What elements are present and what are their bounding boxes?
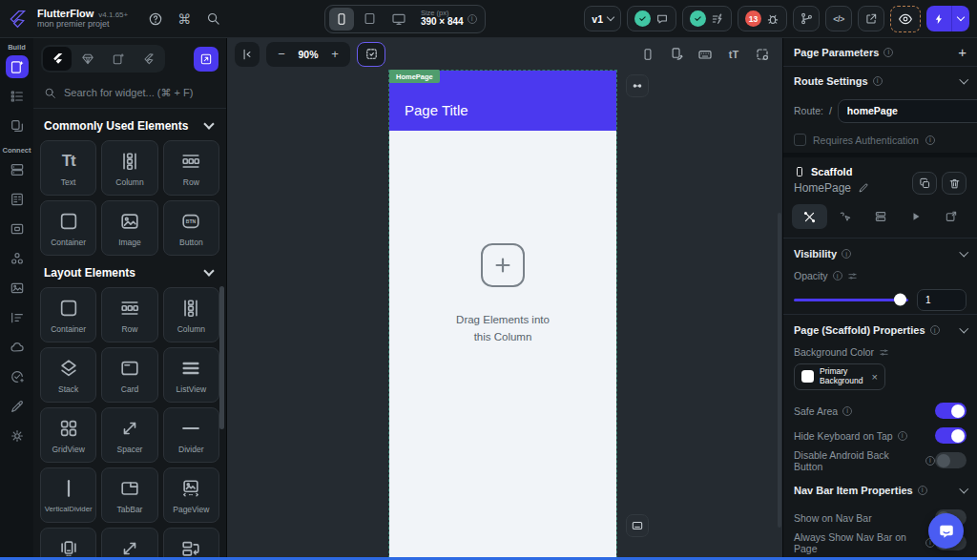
opacity-input[interactable] xyxy=(917,289,967,311)
comments-status-button[interactable] xyxy=(627,6,676,31)
tab-properties[interactable] xyxy=(792,204,827,229)
widget-card-text[interactable]: Tt Text xyxy=(40,140,96,196)
background-color-chip[interactable]: Primary Background × xyxy=(794,363,885,390)
widget-card-tabbar[interactable]: TabBar xyxy=(101,467,157,523)
nav-settings[interactable] xyxy=(4,425,31,447)
widget-card-container[interactable]: Container xyxy=(40,287,96,342)
chevron-down-icon[interactable] xyxy=(959,248,967,257)
search-button[interactable] xyxy=(200,7,225,31)
widget-card-gridview[interactable]: GridView xyxy=(40,407,96,463)
widget-name[interactable]: HomePage xyxy=(794,181,869,195)
safe-area-toggle[interactable] xyxy=(935,403,967,419)
opacity-slider[interactable] xyxy=(794,299,908,301)
chevron-down-icon[interactable] xyxy=(959,324,967,333)
chevron-down-icon[interactable] xyxy=(959,74,967,83)
support-chat-button[interactable] xyxy=(928,513,964,549)
tab-flutterflow-components[interactable] xyxy=(135,47,163,71)
widget-card-card[interactable]: Card xyxy=(101,347,157,403)
preview-button[interactable] xyxy=(890,6,921,32)
hide-keyboard-toggle[interactable] xyxy=(935,427,967,444)
checks-status-button[interactable] xyxy=(682,6,732,31)
widget-card-button[interactable]: BTN Button xyxy=(163,200,219,256)
share-export-button[interactable] xyxy=(858,6,884,31)
nav-data-types[interactable] xyxy=(4,188,31,211)
flutterflow-logo-icon[interactable] xyxy=(0,0,33,38)
nav-storage[interactable] xyxy=(4,218,31,240)
disable-android-back-toggle[interactable] xyxy=(935,452,967,468)
widget-card-carousel[interactable]: Carousel xyxy=(40,528,96,560)
section-layout-elements[interactable]: Layout Elements xyxy=(33,256,226,287)
widget-search-input[interactable]: Search for widget... (⌘ + F) xyxy=(33,78,226,109)
phone-preview[interactable]: HomePage Page Title Drag Elements into t… xyxy=(389,71,616,560)
canvas-keyboard-button[interactable] xyxy=(693,42,717,67)
canvas-text-scale-button[interactable]: tT xyxy=(721,42,746,67)
widget-card-stack[interactable]: Stack xyxy=(40,347,96,403)
widget-panel-scrollbar[interactable] xyxy=(219,286,224,429)
canvas-scrollbar[interactable] xyxy=(778,213,781,528)
tab-theme-widgets[interactable] xyxy=(73,47,102,71)
project-name[interactable]: mon premier projet xyxy=(37,20,128,30)
chevron-down-icon[interactable] xyxy=(959,484,967,492)
nav-tests[interactable] xyxy=(4,365,31,388)
delete-widget-button[interactable] xyxy=(942,172,967,195)
tab-custom-widgets[interactable] xyxy=(104,47,133,71)
zoom-in-button[interactable]: + xyxy=(325,44,344,65)
route-input[interactable] xyxy=(838,99,977,123)
canvas-viewport[interactable]: HomePage Page Title Drag Elements into t… xyxy=(227,70,782,560)
command-menu-button[interactable]: ⌘ xyxy=(172,7,197,31)
nav-integrations[interactable] xyxy=(4,247,31,270)
device-phone-button[interactable] xyxy=(329,8,354,31)
tab-actions[interactable] xyxy=(827,204,863,229)
branching-button[interactable] xyxy=(793,6,820,31)
collapse-panel-button[interactable] xyxy=(235,42,260,67)
canvas-rotate-device-button[interactable] xyxy=(664,42,689,67)
widget-card-wrap[interactable]: Wrap xyxy=(163,528,219,560)
nav-assets[interactable] xyxy=(4,277,31,300)
help-button[interactable] xyxy=(143,7,168,31)
tab-animations[interactable] xyxy=(898,204,933,229)
run-button[interactable] xyxy=(926,6,969,31)
keyboard-toggle-button[interactable] xyxy=(626,514,649,537)
device-tablet-button[interactable] xyxy=(358,8,383,31)
widget-card-column[interactable]: Column xyxy=(101,140,157,196)
add-page-parameter-button[interactable]: + xyxy=(958,45,967,59)
widget-card-image[interactable]: Image xyxy=(101,200,157,256)
nav-widget-tree[interactable] xyxy=(4,85,31,108)
empty-column-dropzone[interactable]: Drag Elements into this Column xyxy=(389,243,616,346)
widget-card-row[interactable]: Row xyxy=(101,287,157,342)
widget-card-verticaldivider[interactable]: VerticalDivider xyxy=(40,467,96,523)
code-view-button[interactable]: </> xyxy=(825,6,852,31)
copy-widget-button[interactable] xyxy=(912,172,937,195)
canvas-capture-button[interactable] xyxy=(357,42,385,67)
section-commonly-used[interactable]: Commonly Used Elements xyxy=(33,109,226,140)
run-options-chevron[interactable] xyxy=(952,6,969,31)
widget-card-pageview[interactable]: PageView xyxy=(163,467,219,523)
nav-pages[interactable] xyxy=(4,114,31,137)
device-desktop-button[interactable] xyxy=(386,8,411,31)
widget-card-listview[interactable]: ListView xyxy=(163,347,219,403)
nav-automations[interactable] xyxy=(4,306,31,329)
widget-card-expandable[interactable]: Expandable xyxy=(101,528,157,560)
nav-theme[interactable] xyxy=(4,395,31,418)
nav-widget-builder[interactable] xyxy=(6,55,29,78)
widget-palette-button[interactable] xyxy=(194,47,218,72)
requires-auth-checkbox[interactable] xyxy=(794,134,806,146)
page-tag[interactable]: HomePage xyxy=(389,70,440,83)
tab-export[interactable] xyxy=(933,204,968,229)
canvas-frame-settings-button[interactable] xyxy=(750,42,775,67)
connect-device-button[interactable] xyxy=(626,74,649,97)
widget-card-row[interactable]: Row xyxy=(163,140,219,196)
canvas-phone-frame-button[interactable] xyxy=(635,42,660,67)
issues-button[interactable]: 13 xyxy=(738,6,787,31)
tab-flutter-widgets[interactable] xyxy=(43,47,72,71)
widget-card-spacer[interactable]: Spacer xyxy=(101,407,157,463)
clear-color-button[interactable]: × xyxy=(871,371,877,383)
nav-database[interactable] xyxy=(4,158,31,181)
zoom-out-button[interactable]: − xyxy=(272,44,291,65)
nav-cloud-functions[interactable] xyxy=(4,336,31,359)
app-bar-title[interactable]: Page Title xyxy=(405,102,468,118)
widget-card-divider[interactable]: Divider xyxy=(163,407,219,463)
branch-selector[interactable]: v1 xyxy=(584,6,621,31)
widget-card-container[interactable]: Container xyxy=(40,200,96,256)
widget-card-column[interactable]: Column xyxy=(163,287,219,342)
